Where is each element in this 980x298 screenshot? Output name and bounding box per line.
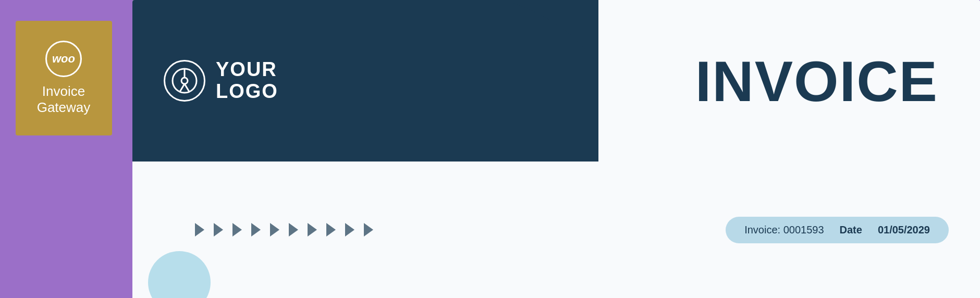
arrow-9: [345, 223, 354, 237]
arrow-2: [214, 223, 223, 237]
arrow-3: [232, 223, 242, 237]
steering-wheel-icon: [171, 67, 198, 94]
arrow-1: [195, 223, 204, 237]
svg-line-3: [180, 84, 185, 92]
logo-line1: YOUR: [216, 58, 277, 80]
header-right: INVOICE: [598, 0, 980, 162]
invoice-title: INVOICE: [695, 48, 938, 114]
invoice-number: Invoice: 0001593: [744, 224, 824, 236]
svg-point-1: [181, 78, 188, 84]
header-dark-bg: YOUR LOGO: [132, 0, 598, 162]
woo-logo-text: woo: [52, 52, 75, 66]
arrow-4: [251, 223, 261, 237]
svg-line-4: [185, 84, 189, 92]
arrow-8: [326, 223, 336, 237]
date-label: Date: [840, 224, 862, 236]
logo-text: YOUR LOGO: [216, 59, 278, 103]
badge-label-line1: Invoice: [42, 83, 85, 99]
badge-label-line2: Gateway: [37, 100, 91, 115]
logo-area: YOUR LOGO: [164, 59, 278, 103]
logo-line2: LOGO: [216, 80, 278, 102]
arrow-10: [364, 223, 373, 237]
date-value: 01/05/2029: [878, 224, 930, 236]
arrow-7: [308, 223, 317, 237]
arrow-6: [289, 223, 298, 237]
woo-circle: woo: [45, 41, 82, 77]
woo-badge: woo Invoice Gateway: [16, 21, 112, 135]
logo-circle: [164, 60, 205, 102]
arrows-container: [195, 223, 373, 237]
left-panel: woo Invoice Gateway: [0, 0, 127, 298]
invoice-info-badge: Invoice: 0001593 Date 01/05/2029: [726, 217, 949, 243]
decorative-circle: [148, 251, 211, 298]
header-section: YOUR LOGO INVOICE: [132, 0, 980, 162]
badge-label: Invoice Gateway: [37, 83, 91, 116]
bottom-section: Invoice: 0001593 Date 01/05/2029: [132, 162, 980, 298]
main-content: YOUR LOGO INVOICE: [132, 0, 980, 298]
arrow-5: [270, 223, 279, 237]
